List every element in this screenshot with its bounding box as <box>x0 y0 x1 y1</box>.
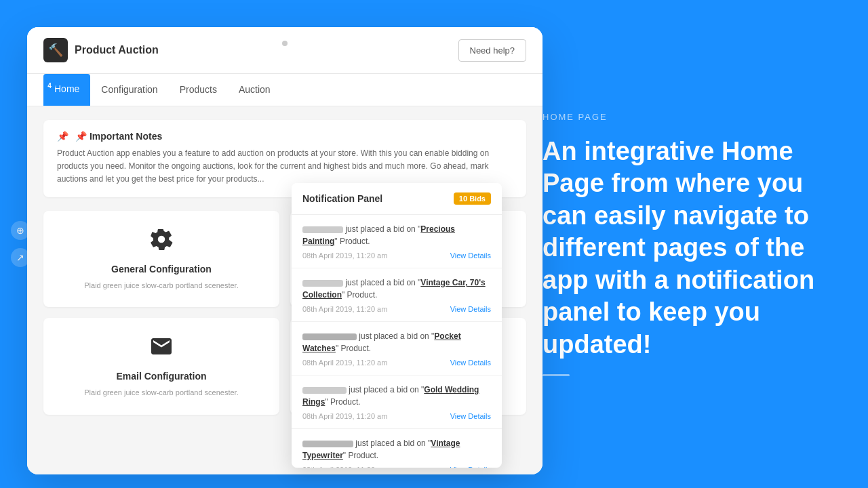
notif-item-2: just placed a bid on "Vintage Car, 70's … <box>292 268 502 322</box>
notif-text-5: just placed a bid on "Vintage Typewriter… <box>302 437 491 462</box>
view-details-5[interactable]: View Details <box>450 466 491 468</box>
home-page-label: HOME PAGE <box>542 112 827 122</box>
main-description: An integrative Home Page from where you … <box>542 136 827 361</box>
notif-text-1: just placed a bid on "Precious Painting"… <box>302 223 491 247</box>
notes-text: Product Auction app enables you a featur… <box>57 147 513 186</box>
notif-time-5: 08th April 2019, 11:20 am <box>302 466 387 468</box>
notif-footer-2: 08th April 2019, 11:20 am View Details <box>302 305 491 313</box>
email-config-desc: Plaid green juice slow-carb portland sce… <box>57 387 266 399</box>
general-config-title: General Configuration <box>57 264 266 274</box>
logo-area: 🔨 Product Auction <box>43 38 159 62</box>
view-details-4[interactable]: View Details <box>450 412 491 420</box>
divider <box>542 374 570 376</box>
user-blur-5 <box>302 441 353 447</box>
general-config-desc: Plaid green juice slow-carb portland sce… <box>57 280 266 291</box>
notes-title: 📌 📌 Important Notes <box>57 131 513 142</box>
need-help-button[interactable]: Need help? <box>458 39 527 62</box>
pin-icon: 📌 <box>57 131 68 142</box>
user-blur-3 <box>302 333 357 340</box>
logo-icon: 🔨 <box>43 38 68 62</box>
notification-panel: Notification Panel 10 Bids just placed a… <box>292 183 502 468</box>
notification-badge: 4 <box>43 79 56 92</box>
view-details-2[interactable]: View Details <box>450 305 491 313</box>
notif-footer-5: 08th April 2019, 11:20 am View Details <box>302 466 491 468</box>
user-blur-4 <box>302 387 347 394</box>
card-general-config[interactable]: General Configuration Plaid green juice … <box>43 211 279 308</box>
notif-time-1: 08th April 2019, 11:20 am <box>302 251 387 260</box>
notif-item-3: just placed a bid on "Pocket Watches" Pr… <box>292 322 502 375</box>
nav-item-products[interactable]: Products <box>169 75 228 106</box>
notif-item-4: just placed a bid on "Gold Wedding Rings… <box>292 375 502 429</box>
notif-time-3: 08th April 2019, 11:20 am <box>302 359 387 367</box>
notif-item-1: just placed a bid on "Precious Painting"… <box>292 215 502 268</box>
nav-bar: 4 Home Configuration Products Auction <box>27 74 542 106</box>
dot-indicator <box>282 41 288 46</box>
notif-text-2: just placed a bid on "Vintage Car, 70's … <box>302 277 491 301</box>
email-config-title: Email Configuration <box>57 371 266 382</box>
app-title: Product Auction <box>75 44 159 56</box>
notif-footer-4: 08th April 2019, 11:20 am View Details <box>302 412 491 420</box>
email-icon <box>57 334 266 364</box>
notif-text-4: just placed a bid on "Gold Wedding Rings… <box>302 384 491 408</box>
view-details-1[interactable]: View Details <box>450 251 491 260</box>
user-blur-2 <box>302 280 343 287</box>
notif-header: Notification Panel 10 Bids <box>292 183 502 215</box>
notif-text-3: just placed a bid on "Pocket Watches" Pr… <box>302 330 491 354</box>
view-details-3[interactable]: View Details <box>450 359 491 367</box>
notif-footer-3: 08th April 2019, 11:20 am View Details <box>302 359 491 367</box>
gear-icon <box>57 227 266 257</box>
notif-badge: 10 Bids <box>454 192 491 205</box>
top-bar: 🔨 Product Auction Need help? <box>27 27 542 74</box>
card-email-config[interactable]: Email Configuration Plaid green juice sl… <box>43 318 279 415</box>
notif-time-4: 08th April 2019, 11:20 am <box>302 412 387 420</box>
notif-panel-title: Notification Panel <box>302 193 382 204</box>
nav-item-configuration[interactable]: Configuration <box>90 75 168 106</box>
user-blur-1 <box>302 226 343 233</box>
nav-item-auction[interactable]: Auction <box>228 75 281 106</box>
notif-item-5: just placed a bid on "Vintage Typewriter… <box>292 429 502 468</box>
notif-time-2: 08th April 2019, 11:20 am <box>302 305 387 313</box>
right-panel: HOME PAGE An integrative Home Page from … <box>515 0 868 488</box>
notif-footer-1: 08th April 2019, 11:20 am View Details <box>302 251 491 260</box>
